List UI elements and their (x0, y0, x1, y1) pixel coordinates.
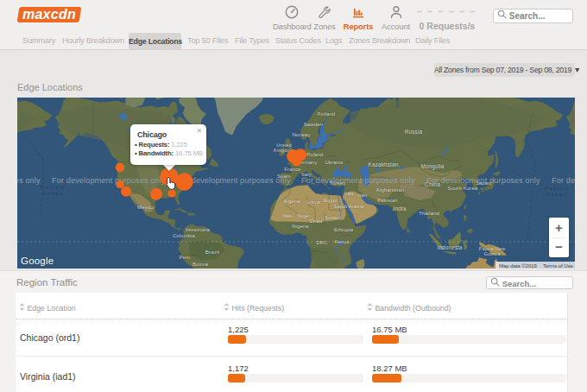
svg-text:Mali: Mali (282, 213, 292, 218)
svg-text:Afghanistan: Afghanistan (376, 187, 404, 193)
svg-text:For development purposes only: For development purposes only (17, 176, 41, 185)
svg-text:Iran: Iran (358, 193, 368, 198)
svg-text:Brazil: Brazil (205, 249, 219, 255)
svg-text:Ukraine: Ukraine (325, 160, 343, 165)
svg-text:Pacific: Pacific (41, 184, 66, 190)
svg-text:France: France (284, 167, 301, 172)
svg-text:Kazakhstan: Kazakhstan (369, 161, 399, 168)
svg-text:Peru: Peru (180, 255, 191, 260)
svg-text:Ethiopia: Ethiopia (334, 227, 354, 232)
svg-text:For development purposes only: For development purposes only (552, 176, 575, 185)
svg-text:Pakistan: Pakistan (377, 198, 397, 203)
svg-text:Kenya: Kenya (334, 239, 350, 244)
svg-text:Colombia: Colombia (173, 233, 195, 238)
svg-text:For development purposes only: For development purposes only (177, 176, 291, 185)
svg-text:India: India (393, 205, 406, 212)
svg-text:Niger: Niger (298, 213, 311, 218)
svg-text:Mongolia: Mongolia (420, 163, 444, 170)
svg-text:South Korea: South Korea (447, 186, 478, 191)
svg-text:Russia: Russia (405, 129, 423, 135)
svg-text:Libya: Libya (306, 199, 320, 205)
svg-text:Sudan: Sudan (325, 215, 340, 220)
svg-text:Mexico: Mexico (137, 205, 155, 210)
svg-text:Venezuela: Venezuela (186, 227, 211, 232)
svg-text:Nigeria: Nigeria (292, 224, 309, 229)
svg-text:Bolivia: Bolivia (193, 262, 209, 267)
svg-text:Thailand: Thailand (419, 211, 439, 216)
svg-text:For development purposes only: For development purposes only (52, 176, 166, 185)
svg-text:Poland: Poland (307, 152, 324, 157)
svg-text:Finland: Finland (318, 111, 336, 117)
svg-text:For development purposes only: For development purposes only (301, 176, 415, 185)
svg-text:Algeria: Algeria (283, 199, 300, 204)
svg-text:Ocean: Ocean (546, 191, 568, 197)
svg-text:DRC: DRC (316, 240, 327, 245)
svg-text:Guinea: Guinea (484, 251, 502, 256)
svg-text:Egypt: Egypt (324, 198, 338, 203)
svg-text:Ocean: Ocean (41, 190, 64, 196)
svg-text:Sweden: Sweden (304, 122, 324, 127)
svg-text:Chad: Chad (310, 218, 322, 224)
svg-text:Norway: Norway (292, 132, 310, 137)
svg-text:Indonesia: Indonesia (437, 244, 462, 250)
svg-text:Saudi Arabia: Saudi Arabia (334, 204, 364, 209)
svg-text:Iraq: Iraq (344, 191, 354, 196)
svg-text:For development purposes only: For development purposes only (426, 176, 540, 185)
svg-text:Pacific: Pacific (545, 185, 570, 191)
